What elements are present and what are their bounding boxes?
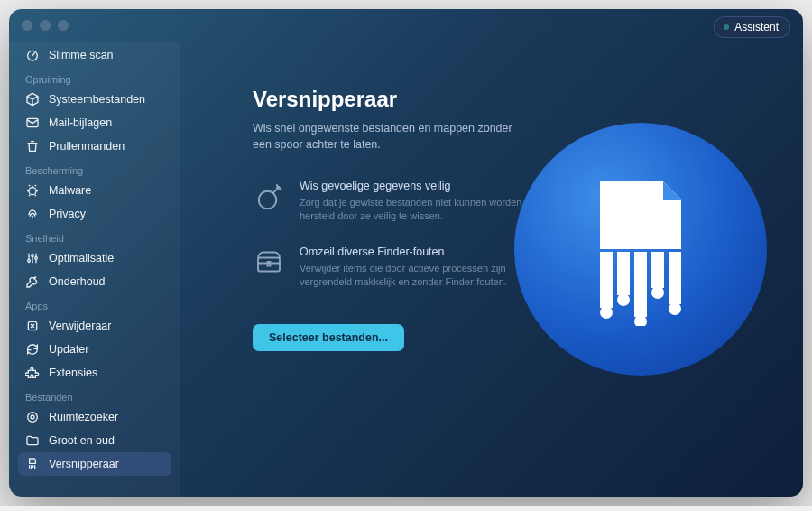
sidebar-item-label: Privacy <box>49 208 86 220</box>
feature-text: Wis gevoelige gegevens veilig Zorg dat j… <box>300 180 541 224</box>
sidebar-item-onderhoud[interactable]: Onderhoud <box>18 270 171 293</box>
feature-secure-erase: Wis gevoelige gegevens veilig Zorg dat j… <box>253 180 541 224</box>
cube-icon <box>25 92 40 107</box>
minimize-window-button[interactable] <box>40 20 51 31</box>
gauge-icon <box>25 48 40 62</box>
svg-point-5 <box>35 257 38 260</box>
sidebar-item-label: Systeembestanden <box>49 93 145 106</box>
puzzle-icon <box>25 366 40 380</box>
sidebar-item-systeembestanden[interactable]: Systeembestanden <box>18 88 171 111</box>
svg-point-20 <box>669 302 681 315</box>
svg-point-9 <box>259 191 277 209</box>
sidebar-section-title: Apps <box>18 293 171 314</box>
svg-rect-13 <box>634 252 647 317</box>
svg-point-7 <box>28 413 38 423</box>
app-window: Assistent Slimme scan OpruimingSysteembe… <box>9 9 803 497</box>
sidebar-item-label: Optimalisatie <box>49 252 114 265</box>
feature-desc: Verwijder items die door actieve process… <box>300 262 541 290</box>
cta-label: Selecteer bestanden... <box>269 331 388 344</box>
sidebar-item-mail-bijlagen[interactable]: Mail-bijlagen <box>18 111 171 135</box>
sliders-icon <box>25 251 40 265</box>
sidebar-section-title: Bestanden <box>18 385 171 405</box>
sidebar-item-privacy[interactable]: Privacy <box>18 202 171 226</box>
svg-point-17 <box>617 293 630 306</box>
shredder-icon <box>25 457 40 471</box>
svg-point-19 <box>651 286 664 299</box>
sidebar-item-label: Prullenmanden <box>49 140 125 153</box>
bug-icon <box>25 183 40 198</box>
sidebar-item-label: Slimme scan <box>49 49 114 61</box>
sidebar-item-label: Groot en oud <box>49 434 115 447</box>
main-content: Versnipperaar Wis snel ongewenste bestan… <box>180 42 803 497</box>
wrench-icon <box>25 274 40 289</box>
close-window-button[interactable] <box>22 20 32 31</box>
select-files-button[interactable]: Selecteer bestanden... <box>253 324 404 351</box>
sidebar-item-versnipperaar[interactable]: Versnipperaar <box>18 452 171 476</box>
sidebar: Slimme scan OpruimingSysteembestandenMai… <box>9 42 180 497</box>
svg-point-8 <box>31 415 34 419</box>
sidebar-item-label: Versnipperaar <box>49 458 119 470</box>
sidebar-item-label: Ruimtezoeker <box>49 411 118 423</box>
sidebar-item-label: Updater <box>49 343 88 356</box>
trash-icon <box>25 139 40 153</box>
svg-point-3 <box>28 259 31 262</box>
sidebar-item-ruimtezoeker[interactable]: Ruimtezoeker <box>18 405 171 429</box>
svg-rect-14 <box>651 252 664 288</box>
sidebar-item-label: Extensies <box>49 367 97 379</box>
shredder-hero-icon <box>514 123 767 376</box>
feature-title: Wis gevoelige gegevens veilig <box>300 180 541 192</box>
svg-point-16 <box>600 306 613 319</box>
sidebar-item-smart-scan[interactable]: Slimme scan <box>18 43 171 67</box>
sidebar-item-updater[interactable]: Updater <box>18 338 171 361</box>
folder-icon <box>25 433 40 448</box>
sidebar-section-title: Snelheid <box>18 226 171 246</box>
uninstall-icon <box>25 319 40 333</box>
assistant-button[interactable]: Assistent <box>714 16 790 38</box>
svg-point-4 <box>32 255 34 257</box>
sidebar-item-verwijderaar[interactable]: Verwijderaar <box>18 314 171 338</box>
sidebar-item-optimalisatie[interactable]: Optimalisatie <box>18 246 171 270</box>
bomb-icon <box>253 180 285 212</box>
assistant-dot-icon <box>724 24 729 30</box>
mail-icon <box>25 116 40 130</box>
svg-point-2 <box>29 188 36 195</box>
sidebar-item-malware[interactable]: Malware <box>18 179 171 202</box>
sidebar-section-title: Opruiming <box>18 67 171 88</box>
svg-rect-11 <box>600 252 613 308</box>
titlebar: Assistent <box>9 9 803 42</box>
svg-rect-15 <box>669 252 681 304</box>
page-subtitle: Wis snel ongewenste bestanden en mappen … <box>253 121 523 153</box>
sidebar-item-label: Onderhoud <box>49 275 106 288</box>
feature-text: Omzeil diverse Finder-fouten Verwijder i… <box>300 246 541 290</box>
sidebar-item-label: Verwijderaar <box>49 320 111 332</box>
svg-rect-12 <box>617 252 630 295</box>
feature-desc: Zorg dat je gewiste bestanden niet kunne… <box>300 196 541 224</box>
maximize-window-button[interactable] <box>58 20 69 31</box>
traffic-lights <box>22 20 69 31</box>
fingerprint-icon <box>25 207 40 221</box>
feature-finder-errors: Omzeil diverse Finder-fouten Verwijder i… <box>253 246 541 290</box>
chest-icon <box>253 246 285 278</box>
feature-title: Omzeil diverse Finder-fouten <box>300 246 541 258</box>
svg-rect-10 <box>258 257 280 271</box>
sidebar-item-groot-en-oud[interactable]: Groot en oud <box>18 429 171 452</box>
sidebar-item-prullenmanden[interactable]: Prullenmanden <box>18 135 171 158</box>
assistant-label: Assistent <box>734 21 779 33</box>
page-title: Versnipperaar <box>253 87 767 112</box>
sidebar-item-extensies[interactable]: Extensies <box>18 361 171 385</box>
sidebar-item-label: Mail-bijlagen <box>49 116 112 129</box>
app-body: Slimme scan OpruimingSysteembestandenMai… <box>9 42 803 497</box>
sidebar-item-label: Malware <box>49 184 91 197</box>
update-icon <box>25 342 40 357</box>
lens-icon <box>25 410 40 424</box>
sidebar-section-title: Bescherming <box>18 158 171 179</box>
